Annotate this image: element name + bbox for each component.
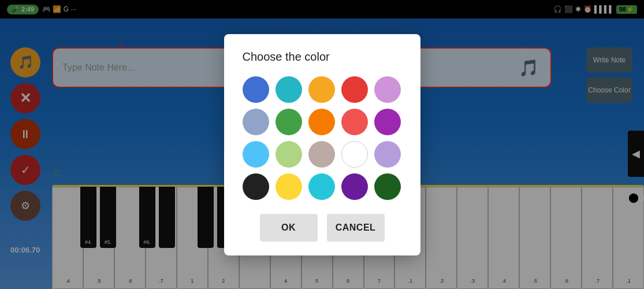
color-option-3[interactable] [341, 76, 368, 103]
cancel-button[interactable]: CANCEL [327, 214, 385, 242]
color-option-0[interactable] [243, 76, 269, 103]
color-option-8[interactable] [341, 109, 368, 135]
modal-overlay: Choose the color OK CANCEL [0, 0, 644, 289]
color-option-5[interactable] [243, 109, 269, 135]
color-option-4[interactable] [374, 76, 401, 103]
color-option-6[interactable] [276, 109, 302, 135]
color-option-17[interactable] [308, 173, 335, 200]
color-option-19[interactable] [374, 173, 401, 200]
color-option-1[interactable] [276, 76, 302, 103]
color-option-2[interactable] [308, 76, 335, 103]
color-grid [243, 76, 402, 200]
color-option-7[interactable] [308, 109, 335, 135]
color-option-18[interactable] [341, 173, 368, 200]
color-picker-modal: Choose the color OK CANCEL [224, 34, 420, 255]
color-option-9[interactable] [374, 109, 401, 135]
modal-buttons: OK CANCEL [243, 214, 402, 242]
color-option-12[interactable] [308, 141, 335, 168]
color-option-15[interactable] [243, 173, 269, 200]
color-option-10[interactable] [243, 141, 269, 168]
color-option-13[interactable] [341, 141, 368, 168]
modal-title: Choose the color [243, 50, 402, 64]
ok-button[interactable]: OK [260, 214, 318, 242]
color-option-14[interactable] [374, 141, 401, 168]
color-option-11[interactable] [276, 141, 302, 168]
color-option-16[interactable] [276, 173, 302, 200]
